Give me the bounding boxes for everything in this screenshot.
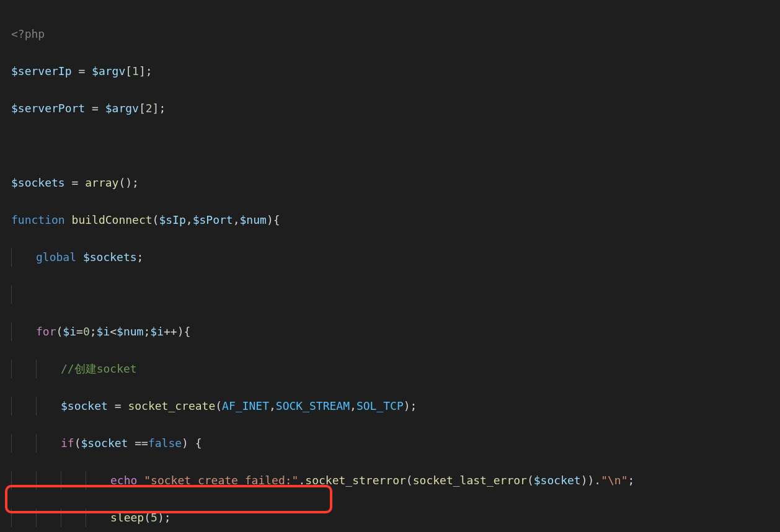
keyword: global [36,250,76,264]
variable: $i [150,325,164,338]
constant: AF_INET [222,399,269,412]
function-call: socket_create [128,399,215,412]
variable: $argv [92,64,125,78]
code-line: $sockets = array(); [11,174,769,192]
code-line: for($i=0;$i<$num;$i++){ [11,322,769,341]
function-call: socket_strerror [305,474,406,487]
variable: $socket [61,399,108,412]
param: $sIp [159,213,185,226]
string: "\n" [601,474,627,487]
code-line: //创建socket [11,360,769,378]
number: 0 [83,325,90,338]
code-line: if($socket ==false) { [11,434,769,453]
keyword: function [11,213,65,226]
code-line [11,136,769,155]
variable: $num [117,325,143,338]
code-line: $socket = socket_create(AF_INET,SOCK_STR… [11,397,769,415]
variable: $argv [105,102,139,115]
function-name: buildConnect [72,213,153,226]
variable: $serverIp [11,64,72,78]
code-line [11,285,769,304]
variable: $i [63,325,76,338]
keyword: if [61,437,74,450]
code-line: global $sockets; [11,248,769,267]
code-line: echo "socket_create failed:".socket_stre… [11,471,769,490]
variable: $sockets [83,250,137,264]
code-editor: <?php $serverIp = $argv[1]; $serverPort … [0,0,780,532]
variable: $serverPort [11,102,85,115]
code-line: sleep(5); [11,508,769,527]
string: "socket_create failed:" [144,474,298,487]
param: $sPort [193,213,233,226]
variable: $socket [81,437,128,450]
php-open-tag: <?php [11,27,45,40]
variable: $socket [534,474,581,487]
variable: $i [97,325,110,338]
keyword: for [36,325,56,338]
function-call: sleep [110,511,144,524]
number: 5 [151,511,157,524]
comment: //创建socket [61,362,137,375]
function-call: socket_last_error [413,474,527,487]
number: 2 [146,102,153,115]
variable: $sockets [11,176,65,189]
code-line: function buildConnect($sIp,$sPort,$num){ [11,211,769,229]
number: 1 [132,64,139,78]
constant: SOL_TCP [357,399,404,412]
code-line: <?php [11,25,769,43]
keyword: echo [110,474,137,487]
param: $num [240,213,267,226]
keyword: false [148,437,182,450]
code-line: $serverIp = $argv[1]; [11,62,769,81]
constant: SOCK_STREAM [276,399,350,412]
code-line: $serverPort = $argv[2]; [11,99,769,118]
function-call: array [85,176,118,189]
